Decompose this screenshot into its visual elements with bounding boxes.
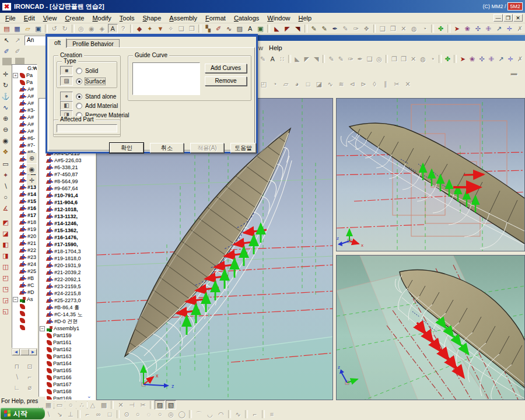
tree-item-sketch[interactable]: #25-2273,0 — [39, 297, 94, 304]
tree-item-part[interactable]: Part168 — [39, 388, 94, 395]
bool-2-icon[interactable]: ❒ — [400, 54, 408, 64]
scissor-2-icon[interactable]: ✂ — [138, 400, 148, 410]
shade-2-icon[interactable]: ▧ — [166, 400, 176, 410]
mirror-icon[interactable]: ∥ — [380, 79, 391, 89]
constraint-box-icon[interactable]: ⊡ — [24, 362, 35, 371]
tree-item-sketch[interactable]: #19 — [12, 226, 37, 233]
edit-surface-2-icon[interactable]: ✎ — [320, 24, 330, 33]
camera-pan-icon[interactable]: ◉ — [87, 24, 97, 33]
tree-item-sketch[interactable]: #22 — [12, 247, 37, 254]
tree-item-sketch[interactable]: #21 — [12, 240, 37, 247]
pan-tool-icon[interactable]: ✛ — [27, 175, 37, 186]
boolean-union-icon[interactable]: ❑ — [377, 24, 387, 33]
spline-icon[interactable]: ∿ — [1, 102, 10, 113]
bool-x-icon[interactable]: ✕ — [409, 54, 418, 64]
cut-x-icon[interactable]: ✕ — [116, 400, 126, 410]
title-bar[interactable]: ✖ IRONCAD - [상갑판플랜 연습2] (C) MM2 / 5M2 — [0, 0, 525, 13]
tree-item-part[interactable]: Part167 — [39, 381, 94, 388]
corner-icon[interactable]: ⌐ — [82, 410, 93, 419]
viewport-top-right[interactable]: z x — [336, 98, 525, 251]
bool-4-icon[interactable]: ◔ — [428, 54, 437, 64]
open-folder-icon[interactable]: ▱ — [23, 24, 33, 33]
rotate-view-icon[interactable]: ↻ — [1, 80, 10, 90]
delete-x-icon[interactable]: ✕ — [402, 79, 413, 89]
surf-6-icon[interactable]: ◎ — [374, 54, 383, 64]
tree-item-sketch[interactable]: #24 — [12, 261, 37, 268]
tree-item-sketch[interactable]: #C-14,35 노 — [39, 311, 94, 318]
cube-corner-1-icon[interactable]: ◰ — [1, 272, 10, 283]
constraint-diameter-icon[interactable]: ⌀ — [24, 383, 35, 392]
circle-center-icon[interactable]: ⊙ — [121, 410, 132, 419]
tree-item-sketch[interactable]: #7-450,87 — [39, 171, 94, 178]
tree-item-sketch[interactable]: #14 — [12, 191, 37, 198]
surface-radio[interactable] — [76, 78, 82, 85]
hatch-icon[interactable]: ▩ — [99, 400, 109, 410]
tree-item-part[interactable] — [12, 303, 37, 310]
orbit-icon[interactable]: ❖ — [1, 146, 10, 157]
line-icon[interactable]: ∖ — [1, 181, 10, 191]
ribbon-tool-icon[interactable]: ❀ — [463, 24, 473, 33]
menu-format[interactable]: Format — [201, 14, 230, 22]
fly-icon[interactable]: ↗ — [496, 54, 505, 64]
arc-1-icon[interactable]: ⌒ — [194, 410, 204, 419]
tree-item-sketch[interactable]: #6- — [12, 135, 37, 142]
arc-2-icon[interactable]: ◡ — [205, 410, 215, 419]
triball-2-icon[interactable]: ✣ — [477, 54, 486, 64]
tree-item-part[interactable]: Part169 — [39, 395, 94, 400]
save-icon[interactable]: ▣ — [33, 24, 43, 33]
edit-surface-1-icon[interactable]: ✎ — [309, 24, 319, 33]
detach-icon[interactable]: ✗ — [515, 24, 525, 33]
tree-item-sketch[interactable]: #11-904,6 — [39, 199, 94, 206]
mdi-close-button[interactable]: ✕ — [513, 14, 523, 22]
constraint-parallel-icon[interactable]: ⊓ — [12, 362, 22, 371]
loft-icon[interactable]: ◕ — [292, 79, 302, 89]
rect-2d-icon[interactable]: □ — [104, 410, 115, 419]
extrude-icon[interactable]: ◰ — [258, 79, 269, 89]
tree-item-sketch[interactable]: #15-1362, — [39, 227, 94, 234]
bool-1-icon[interactable]: ❐ — [390, 54, 398, 64]
copy-catalog-icon[interactable]: ❏ — [176, 24, 186, 33]
tab-loft[interactable]: oft — [48, 38, 66, 48]
surf-1-icon[interactable]: ✎ — [327, 54, 335, 64]
render-green-icon[interactable]: ✤ — [443, 54, 452, 64]
tree-scroll-more-icon[interactable]: ⌄ — [87, 393, 92, 399]
tree-item-part[interactable]: + Pa — [12, 72, 37, 79]
shell-icon[interactable]: ◪ — [314, 79, 324, 89]
tree-item-sketch[interactable]: #14-1246, — [39, 220, 94, 227]
cube-corner-2-icon[interactable]: ◳ — [1, 284, 10, 294]
new-sketch-icon[interactable]: ▤ — [2, 24, 12, 33]
image-frame-icon[interactable]: ▣ — [256, 24, 265, 33]
snap-end-icon[interactable]: ⊣ — [127, 400, 137, 410]
add-material-radio[interactable] — [76, 103, 82, 109]
select-icon[interactable]: ↖ — [1, 36, 12, 45]
edit-surface-3-icon[interactable]: ✒ — [330, 24, 340, 33]
scissors-icon[interactable]: ✂ — [391, 79, 402, 89]
surf-2-icon[interactable]: ✎ — [337, 54, 345, 64]
tree-item-part[interactable]: Part159 — [39, 332, 94, 339]
ribbon-icon[interactable]: ❀ — [468, 54, 477, 64]
menu-edit[interactable]: Edit — [20, 14, 39, 22]
scene-browser-narrow[interactable]: G:₩0. + Pa Pa A# A# A# #3- A# A# A# — [12, 64, 37, 348]
sweep-icon[interactable]: ▱ — [281, 79, 291, 89]
cube-face-icon[interactable]: ◧ — [1, 239, 10, 250]
detach-x-icon[interactable]: ✗ — [516, 54, 524, 64]
hook-red-icon[interactable]: ➤ — [459, 54, 467, 64]
pen-curve-icon[interactable]: ∿ — [224, 24, 234, 33]
trim-x-icon[interactable]: ✕ — [398, 24, 408, 33]
constraint-angle-icon[interactable]: ⌐ — [24, 372, 35, 382]
circle-2pt-icon[interactable]: ○ — [132, 410, 143, 419]
constraint-line-icon[interactable]: ∖ — [12, 372, 22, 382]
solid-radio[interactable] — [76, 68, 82, 74]
camera-target-icon[interactable]: ◈ — [97, 24, 107, 33]
tree-item-sketch[interactable]: #13-1132, — [39, 213, 94, 220]
tree-item-sketch[interactable]: #6-338,21 — [39, 164, 94, 171]
tree-item-sketch[interactable]: #9-667,64 — [39, 185, 94, 192]
tree-item-sketch[interactable]: #22-2092,1 — [39, 276, 94, 283]
new-drawing-icon[interactable]: ▦ — [12, 24, 22, 33]
expand-icon[interactable]: + — [13, 73, 18, 78]
tree-item-sketch[interactable]: A# — [12, 121, 37, 128]
affected-part-field[interactable] — [57, 124, 117, 132]
cube-corner-3-icon[interactable]: ◲ — [1, 295, 10, 305]
shade-1-icon[interactable]: ▨ — [155, 400, 165, 410]
collapse-icon[interactable]: − — [40, 326, 45, 331]
